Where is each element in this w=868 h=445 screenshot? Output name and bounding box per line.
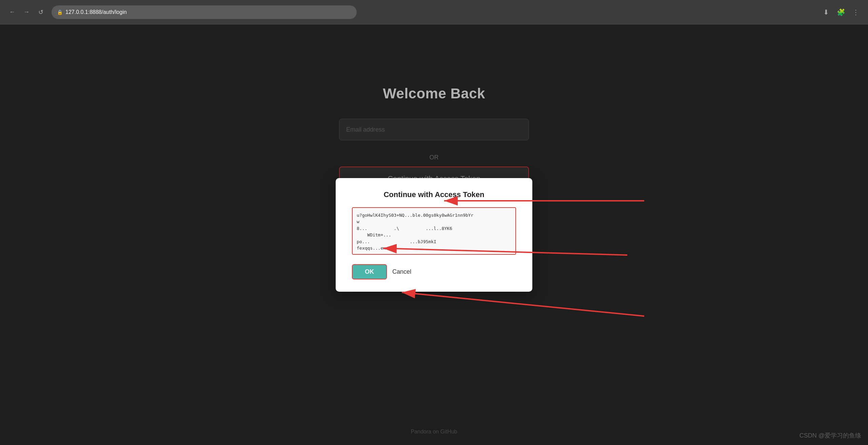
download-icon[interactable]: ⬇ [821,7,831,18]
cancel-button[interactable]: Cancel [392,268,411,275]
url-text: 127.0.0.1:8888/auth/login [65,9,127,15]
browser-chrome: ← → ↺ 🔒 127.0.0.1:8888/auth/login ⬇ 🧩 ⋮ [0,0,868,24]
modal-buttons: OK Cancel [352,264,516,279]
browser-actions: ⬇ 🧩 ⋮ [821,7,861,18]
modal-title: Continue with Access Token [352,190,516,199]
page-content: Welcome Back OR Continue with Access Tok… [0,24,868,445]
back-button[interactable]: ← [7,7,18,18]
token-textarea[interactable]: u?goHwlK4IhyS03+NQ...ble.00gs0ky8wAGr1nn… [352,207,516,255]
extensions-icon[interactable]: 🧩 [835,7,846,18]
address-bar[interactable]: 🔒 127.0.0.1:8888/auth/login [52,5,357,19]
ok-button[interactable]: OK [352,264,387,279]
menu-icon[interactable]: ⋮ [850,7,861,18]
modal-overlay: Continue with Access Token u?goHwlK4IhyS… [0,24,868,445]
reload-button[interactable]: ↺ [35,7,46,18]
lock-icon: 🔒 [57,9,63,15]
forward-button[interactable]: → [21,7,32,18]
access-token-modal: Continue with Access Token u?goHwlK4IhyS… [336,178,532,292]
nav-buttons: ← → ↺ [7,7,46,18]
